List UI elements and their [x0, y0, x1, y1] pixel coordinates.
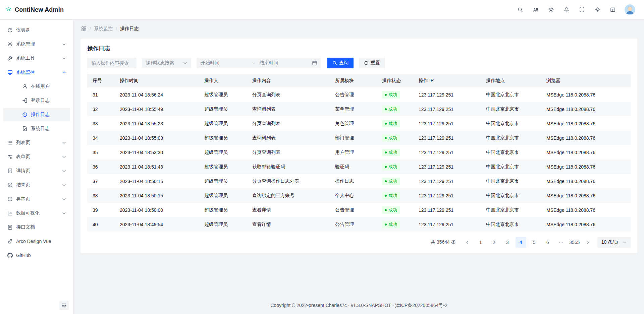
cell-ip: 123.117.129.251	[413, 203, 481, 217]
page-button-2[interactable]: 2	[489, 237, 499, 248]
chevron-down-icon	[61, 196, 67, 202]
sidebar-item-system-management[interactable]: 系统管理	[3, 38, 70, 51]
status-badge: 成功	[382, 192, 400, 199]
cell-ip: 123.117.129.251	[413, 102, 481, 116]
cell-status: 成功	[377, 217, 413, 232]
sidebar-item-github[interactable]: GitHub	[3, 249, 70, 262]
exception-icon	[7, 196, 13, 202]
date-range-picker[interactable]: 开始时间 - 结束时间	[197, 58, 321, 68]
settings-button[interactable]	[592, 4, 603, 15]
logo-area[interactable]: ContiNew Admin	[6, 6, 64, 13]
fullscreen-button[interactable]	[576, 4, 588, 15]
user-avatar[interactable]	[625, 4, 635, 15]
sidebar-collapse-button[interactable]	[59, 301, 69, 310]
layout-button[interactable]	[607, 4, 619, 15]
pagination: 共 35644 条 123456···3565 10 条/页	[87, 237, 631, 248]
table-row: 342023-11-04 18:55:03超级管理员查询树列表部门管理成功123…	[87, 131, 631, 145]
notification-button[interactable]	[561, 4, 572, 15]
cell-location: 中国北京北京市	[481, 131, 541, 145]
breadcrumb-separator: /	[116, 26, 117, 32]
cell-module: 公告管理	[330, 87, 377, 102]
sidebar-item-exception-page[interactable]: 异常页	[3, 192, 70, 206]
cell-ip: 123.117.129.251	[413, 145, 481, 160]
sidebar-item-api-doc[interactable]: 接口文档	[3, 221, 70, 234]
status-dot-icon	[385, 151, 387, 153]
breadcrumb-item[interactable]: 系统监控	[94, 26, 113, 32]
theme-button[interactable]	[545, 4, 557, 15]
next-page-button[interactable]	[583, 237, 593, 248]
page-button-5[interactable]: 5	[529, 237, 540, 248]
operation-status-select[interactable]: 操作状态搜索	[142, 58, 191, 68]
sidebar-item-detail-page[interactable]: 详情页	[3, 164, 70, 178]
cell-status: 成功	[377, 87, 413, 102]
sidebar-item-form-page[interactable]: 表单页	[3, 150, 70, 164]
query-button[interactable]: 查询	[327, 58, 354, 68]
sidebar-item-dashboard[interactable]: 仪表盘	[3, 23, 70, 37]
cell-browser: MSEdge 118.0.2088.76	[541, 145, 631, 160]
page-button-6[interactable]: 6	[542, 237, 553, 248]
sidebar-item-label: 仪表盘	[16, 27, 67, 33]
sidebar-item-login-log[interactable]: 登录日志	[3, 94, 70, 107]
fullscreen-icon	[579, 7, 585, 12]
page-size-select[interactable]: 10 条/页	[597, 237, 631, 248]
page-button-4[interactable]: 4	[516, 237, 526, 248]
header-actions	[515, 4, 635, 15]
cell-operator: 超级管理员	[199, 145, 247, 160]
sidebar-item-arco-design-vue[interactable]: Arco Design Vue	[3, 235, 70, 248]
reset-button[interactable]: 重置	[359, 58, 385, 68]
cell-content: 获取邮箱验证码	[247, 160, 330, 174]
table-row: 362023-11-04 18:51:43超级管理员获取邮箱验证码验证码成功12…	[87, 160, 631, 174]
operation-log-card: 操作日志 操作状态搜索 开始时间 - 结束时间 查询	[80, 39, 637, 253]
sidebar-item-result-page[interactable]: 结果页	[3, 178, 70, 192]
status-dot-icon	[385, 209, 387, 211]
search-button[interactable]	[515, 4, 526, 15]
status-badge: 成功	[382, 149, 400, 156]
apps-icon[interactable]	[81, 26, 87, 32]
pagination-ellipsis[interactable]: ···	[556, 237, 567, 248]
refresh-icon	[364, 61, 369, 65]
cell-location: 中国北京北京市	[481, 217, 541, 232]
page-button-1[interactable]: 1	[475, 237, 486, 248]
operation-content-search-input[interactable]	[87, 58, 137, 68]
sidebar-item-label: 表单页	[16, 154, 58, 160]
cell-seq: 31	[87, 87, 114, 102]
status-dot-icon	[385, 137, 387, 139]
table-row: 372023-11-04 18:50:15超级管理员分页查询操作日志列表操作日志…	[87, 174, 631, 188]
cell-seq: 32	[87, 102, 114, 116]
status-dot-icon	[385, 224, 387, 226]
sidebar-item-label: 结果页	[16, 182, 58, 188]
table-row: 322023-11-04 18:55:49超级管理员查询树列表菜单管理成功123…	[87, 102, 631, 116]
sidebar-item-system-log[interactable]: 系统日志	[3, 122, 70, 135]
cell-ip: 123.117.129.251	[413, 174, 481, 188]
page-button-3565[interactable]: 3565	[569, 237, 580, 248]
previous-page-button[interactable]	[462, 237, 473, 248]
chart-icon	[7, 210, 13, 216]
operation-log-icon	[22, 112, 28, 117]
page-button-3[interactable]: 3	[502, 237, 513, 248]
filter-bar: 操作状态搜索 开始时间 - 结束时间 查询 重置	[87, 58, 631, 68]
sidebar-item-list-page[interactable]: 列表页	[3, 136, 70, 149]
cell-seq: 36	[87, 160, 114, 174]
cell-module: 公告管理	[330, 217, 377, 232]
cell-module: 操作日志	[330, 174, 377, 188]
sidebar-item-label: 系统监控	[16, 69, 58, 75]
status-dot-icon	[385, 108, 387, 110]
sidebar-item-system-monitor[interactable]: 系统监控	[3, 66, 70, 79]
cell-location: 中国北京北京市	[481, 116, 541, 131]
cell-content: 分页查询操作日志列表	[247, 174, 330, 188]
sidebar-item-operation-log[interactable]: 操作日志	[3, 108, 70, 121]
breadcrumb-separator: /	[90, 26, 91, 32]
cell-browser: MSEdge 118.0.2088.76	[541, 203, 631, 217]
breadcrumb: / 系统监控 / 操作日志	[81, 26, 637, 32]
result-icon	[7, 182, 13, 188]
sidebar-item-data-visualization[interactable]: 数据可视化	[3, 206, 70, 220]
column-header: 所属模块	[330, 74, 377, 87]
sidebar-item-online-users[interactable]: 在线用户	[3, 80, 70, 93]
translate-button[interactable]	[530, 4, 541, 15]
status-label: 成功	[388, 135, 397, 141]
cell-ip: 123.117.129.251	[413, 131, 481, 145]
cell-browser: MSEdge 118.0.2088.76	[541, 116, 631, 131]
sidebar-item-system-tools[interactable]: 系统工具	[3, 52, 70, 65]
cell-location: 中国北京北京市	[481, 174, 541, 188]
column-header: 操作地点	[481, 74, 541, 87]
